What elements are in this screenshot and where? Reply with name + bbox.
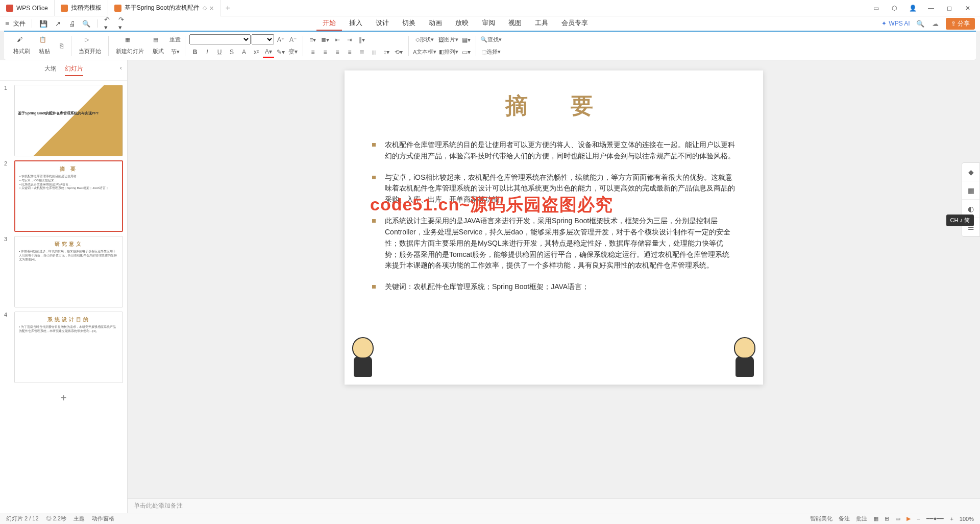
notes-input[interactable]: 单击此处添加备注 [128,498,980,513]
tab-view[interactable]: 视图 [502,16,528,31]
layout-button[interactable]: ▤版式 [149,34,167,58]
view-normal-icon[interactable]: ▦ [873,515,878,522]
slide-thumbnail-3[interactable]: 研究意义 ▪ 伴随着科技的进步，时代的发展，越来越多的电子设备应运而生应用于人们… [14,236,123,307]
tab-start[interactable]: 开始 [316,16,342,31]
action-pane-status[interactable]: 动作窗格 [92,515,114,522]
indent-right-icon[interactable]: ⇥ [344,34,355,45]
bullet-item[interactable]: 此系统设计主要采用的是JAVA语言来进行开发，采用Spring Boot框架技术… [372,216,736,271]
tab-animation[interactable]: 动画 [423,16,448,31]
decrease-font-icon[interactable]: A⁻ [287,34,299,45]
thumbnails-list[interactable]: 1 基于Spring Boot的配件仓库管理系统的与实现PPT 2 摘 要 ▪ … [0,81,127,513]
section-button[interactable]: 节▾ [169,46,181,58]
tab-review[interactable]: 审阅 [476,16,501,31]
slide-viewport[interactable]: 摘 要 农机配件仓库管理系统的目的是让使用者可以更方便的将人、设备和场景更立体的… [128,60,980,498]
close-button[interactable]: ✕ [960,1,976,15]
comments-toggle[interactable]: 批注 [856,515,867,522]
print-icon[interactable]: 🖨 [67,18,77,29]
slide-title[interactable]: 摘 要 [381,91,736,121]
align-center-icon[interactable]: ≡ [320,46,331,58]
play-from-current-button[interactable]: ▷当页开始 [76,34,104,58]
outline-tab[interactable]: 大纲 [44,64,57,76]
increase-font-icon[interactable]: A⁺ [275,34,286,45]
reset-button[interactable]: 重置 [169,34,181,45]
text-direction-icon[interactable]: ↕▾ [381,46,392,58]
copy-icon[interactable]: ⎘ [56,40,67,52]
sub-icon[interactable]: A [238,46,250,58]
redo-icon[interactable]: ↷ ▾ [118,18,129,29]
save-icon[interactable]: 💾 [38,18,48,29]
notes-toggle[interactable]: 备注 [839,515,850,522]
italic-icon[interactable]: I [202,46,213,58]
text-effect-icon[interactable]: 变▾ [287,46,299,58]
tab-member[interactable]: 会员专享 [555,16,594,31]
new-slide-button[interactable]: ▦新建幻灯片 [113,34,147,58]
image-button[interactable]: 🖼 图片▾ [438,34,458,45]
tab-design[interactable]: 设计 [370,16,395,31]
align-right-icon[interactable]: ≡ [332,46,343,58]
theme-status[interactable]: 主题 [74,515,85,522]
cloud-icon[interactable]: ☁ [930,18,941,29]
zoom-slider[interactable]: ━━●━━ [926,515,944,522]
avatar-icon[interactable]: 👤 [904,1,921,15]
slide-thumbnail-2[interactable]: 摘 要 ▪ 农机配件仓库管理系统的目的是让使用者…▪ 与安卓，iOS相比较起来…… [14,160,123,232]
view-reading-icon[interactable]: ▭ [895,515,900,522]
slide-thumbnail-4[interactable]: 系统设计目的 ▪ 为了适应当时当代消费者日益增长的需求，本研究开展设相应系统产品… [14,312,123,383]
beautify-button[interactable]: 智能美化 [810,515,832,522]
bullets-icon[interactable]: ≡▾ [307,34,318,45]
align-left-icon[interactable]: ≡ [307,46,318,58]
app-tab-template[interactable]: 找稻壳模板 [55,0,108,16]
format-brush-button[interactable]: 🖌格式刷 [10,34,33,58]
app-tab-wps[interactable]: WPS Office [0,0,55,16]
view-slideshow-icon[interactable]: ▶ [906,515,911,522]
numbering-icon[interactable]: ≣▾ [320,34,331,45]
export-icon[interactable]: ↗ [53,18,63,29]
thumbnail-item[interactable]: 2 摘 要 ▪ 农机配件仓库管理系统的目的是让使用者…▪ 与安卓，iOS相比较起… [4,160,123,232]
zoom-level[interactable]: 100% [960,516,974,522]
paste-button[interactable]: 📋粘贴 [35,34,54,58]
tab-slideshow[interactable]: 放映 [449,16,475,31]
bullet-list[interactable]: 农机配件仓库管理系统的目的是让使用者可以更方便的将人、设备和场景更立体的连接在一… [372,139,736,293]
current-slide[interactable]: 摘 要 农机配件仓库管理系统的目的是让使用者可以更方便的将人、设备和场景更立体的… [345,70,763,385]
find-button[interactable]: 🔍 查找▾ [480,34,502,45]
convert-icon[interactable]: ⟲▾ [393,46,404,58]
preview-icon[interactable]: 🔍 [81,18,91,29]
arrange-button[interactable]: ◧ 排列▾ [438,46,458,58]
view-sorter-icon[interactable]: ⊞ [885,515,889,522]
font-family-select[interactable] [189,34,251,44]
font-size-select[interactable] [252,34,274,44]
slides-tab[interactable]: 幻灯片 [65,64,83,76]
minimize-button[interactable]: — [923,1,939,15]
maximize-button[interactable]: ◻ [941,1,958,15]
bullet-item[interactable]: 关键词：农机配件仓库管理系统；Spring Boot框架；JAVA语言； [372,281,736,293]
cube-icon[interactable]: ⬡ [886,1,902,15]
file-menu[interactable]: 文件 [13,19,26,28]
tab-transition[interactable]: 切换 [396,16,422,31]
hamburger-icon[interactable]: ≡ [5,19,9,28]
strip-tool-1[interactable]: ◆ [962,163,979,181]
zoom-in-icon[interactable]: + [950,516,953,522]
justify-icon[interactable]: ≡ [344,46,355,58]
share-button[interactable]: ⇪ 分享 [946,18,975,30]
panel-icon[interactable]: ▭ [868,1,884,15]
textbox-button[interactable]: A 文本框▾ [413,46,436,58]
add-slide-button[interactable]: + [4,387,123,409]
bold-icon[interactable]: B [189,46,201,58]
line-spacing-icon[interactable]: ‖▾ [356,34,368,45]
font-color-icon[interactable]: A▾ [263,46,274,58]
wps-ai-button[interactable]: ✦ WPS AI [881,20,910,27]
close-tab-icon[interactable]: × [210,4,214,12]
fill-icon[interactable]: ▦▾ [460,34,472,45]
thumbnail-item[interactable]: 3 研究意义 ▪ 伴随着科技的进步，时代的发展，越来越多的电子设备应运而生应用于… [4,236,123,307]
bullet-item[interactable]: 农机配件仓库管理系统的目的是让使用者可以更方便的将人、设备和场景更立体的连接在一… [372,139,736,162]
columns-icon[interactable]: ⫼ [369,46,380,58]
strike-icon[interactable]: S [226,46,237,58]
outline-icon[interactable]: ▭▾ [460,46,472,58]
app-tab-document[interactable]: 基于Spring Boot的农机配件 ◇ × [108,0,220,16]
slide-counter[interactable]: 幻灯片 2 / 12 [6,515,39,522]
timing-status[interactable]: ◎ 2.2秒 [46,515,66,522]
distribute-icon[interactable]: ≣ [356,46,368,58]
thumbnail-item[interactable]: 1 基于Spring Boot的配件仓库管理系统的与实现PPT [4,85,123,156]
add-tab-button[interactable]: + [220,4,235,13]
tab-insert[interactable]: 插入 [343,16,369,31]
highlight-icon[interactable]: ✎▾ [275,46,286,58]
